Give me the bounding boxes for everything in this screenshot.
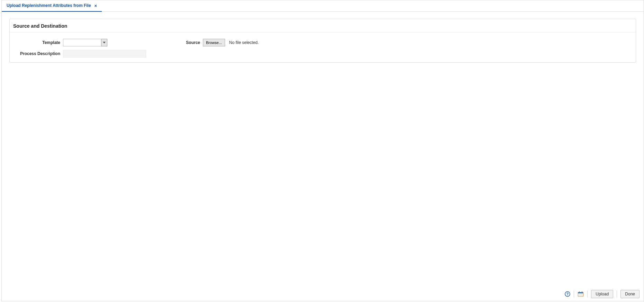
form-grid: Template Process Description (13, 39, 632, 57)
chevron-down-icon[interactable] (101, 39, 107, 46)
template-row: Template (13, 39, 152, 46)
svg-rect-4 (579, 292, 580, 293)
panel-body: Template Process Description (10, 33, 636, 62)
close-icon[interactable]: × (95, 3, 97, 8)
svg-rect-5 (582, 292, 582, 293)
form-column-right: Source Browse... No file selected. (172, 39, 259, 57)
tab-upload-replenishment[interactable]: Upload Replenishment Attributes from Fil… (2, 0, 102, 12)
svg-text:?: ? (566, 292, 569, 296)
content-area: Source and Destination Template (2, 12, 644, 287)
tab-bar: Upload Replenishment Attributes from Fil… (2, 0, 644, 12)
divider (574, 291, 574, 297)
process-description-label: Process Description (13, 51, 60, 56)
source-label: Source (172, 40, 200, 45)
footer-toolbar: ? Upload Done (2, 287, 644, 301)
panel-title: Source and Destination (10, 19, 636, 33)
schedule-icon[interactable] (578, 291, 584, 297)
file-status-text: No file selected. (229, 40, 259, 45)
tab-label: Upload Replenishment Attributes from Fil… (7, 3, 91, 8)
source-destination-panel: Source and Destination Template (9, 19, 636, 63)
done-button[interactable]: Done (620, 290, 639, 298)
process-description-field (63, 50, 146, 57)
divider (617, 291, 617, 297)
help-icon[interactable]: ? (565, 291, 570, 297)
template-input[interactable] (63, 39, 101, 46)
template-combobox[interactable] (63, 39, 107, 46)
upload-button[interactable]: Upload (591, 290, 613, 298)
form-column-left: Template Process Description (13, 39, 152, 57)
app-frame: Upload Replenishment Attributes from Fil… (1, 0, 644, 301)
divider (587, 291, 588, 297)
process-description-row: Process Description (13, 50, 152, 57)
template-label: Template (13, 40, 60, 45)
browse-button[interactable]: Browse... (203, 39, 225, 46)
svg-rect-3 (578, 292, 583, 293)
source-row: Source Browse... No file selected. (172, 39, 259, 46)
